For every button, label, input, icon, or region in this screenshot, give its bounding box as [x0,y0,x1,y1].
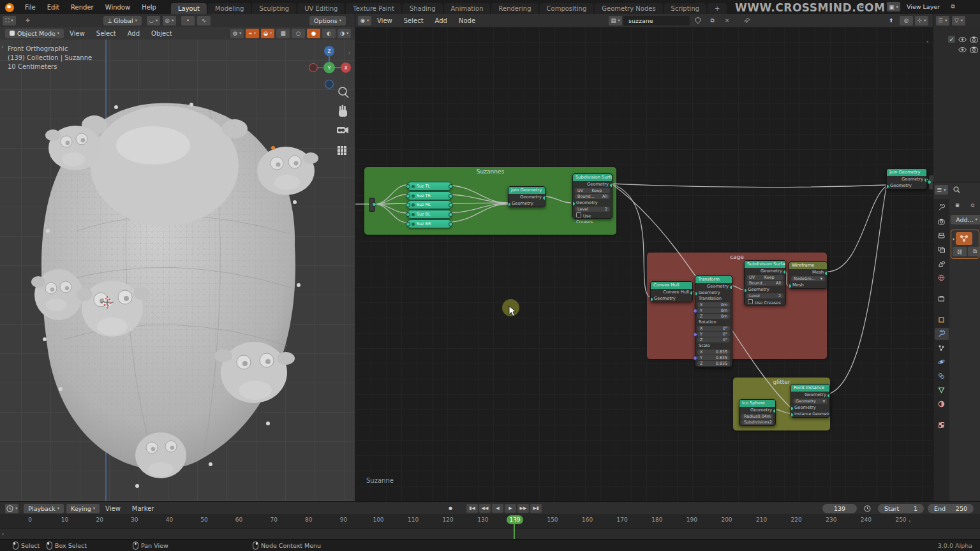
node-group-selector[interactable]: NodeGro...▾ [791,276,825,281]
play-reverse-button[interactable]: ◀ [492,504,503,513]
render-camera-icon[interactable] [970,36,978,43]
timeline-track[interactable]: › [0,528,980,540]
node-object-info-suz-br[interactable]: Suz BR [407,219,452,228]
breadcrumb-object-icon[interactable]: ▣ [951,200,964,210]
properties-search-icon[interactable] [950,185,963,195]
gizmo-toggle-icon[interactable]: ⌁▾ [246,29,259,38]
outliner-filter-icon[interactable]: ▽▾ [952,16,965,26]
topbar-menu-edit[interactable]: Edit [41,1,65,14]
properties-tab-scene[interactable] [935,258,949,270]
node-subdivision-surface-2[interactable]: Subdivision Surface Geometry UV Sm...Kee… [744,260,786,305]
node-editor-canvas[interactable]: Suzannes cage glitter [355,27,933,501]
modifier-expand-icon[interactable]: ▾ [953,237,954,241]
properties-editor-type-icon[interactable]: ☰▾ [935,185,948,195]
workspace-tab-layout[interactable]: Layout [171,3,207,14]
workspace-tab-geometry-nodes[interactable]: Geometry Nodes [595,3,662,14]
view-layer-name[interactable]: View Layer [903,3,944,10]
node-object-info-suz-tr[interactable]: Suz TR [407,191,452,200]
shading-solid-icon[interactable]: ● [307,29,320,38]
workspace-tab-rendering[interactable]: Rendering [491,3,538,14]
node-editor-menu-add[interactable]: Add [429,14,453,27]
active-tool-icon[interactable]: ⛶▾ [3,16,16,26]
modifier-nodes-icon[interactable]: ⛓ [953,247,967,256]
geometry-nodes-modifier-icon[interactable] [956,232,972,245]
start-frame-field[interactable]: Start1 [878,504,924,513]
workspace-tab-shading[interactable]: Shading [403,3,443,14]
workspace-tab-sculpting[interactable]: Sculpting [252,3,296,14]
modifier-stack-entry[interactable]: ▾ ⛓ ⧉ [951,230,979,259]
topbar-menu-file[interactable]: File [19,1,41,14]
shading-wireframe-icon[interactable]: ○ [292,29,305,38]
breadcrumb-modifier-icon[interactable]: ⛭ [966,200,979,210]
next-keyframe-button[interactable]: ▶▶ [517,504,529,513]
navigation-gizmo[interactable]: Z Y X [306,42,352,91]
view-layer-selector-icon[interactable]: ▣▾ [887,2,900,11]
jump-to-end-button[interactable]: ▶▮ [530,504,542,513]
playback-dropdown[interactable]: Playback▾ [24,504,64,513]
end-frame-field[interactable]: End250 [928,504,974,513]
viewport-canvas[interactable]: Front Orthographic (139) Collection | Su… [0,40,355,501]
visibility-eye-icon[interactable] [958,36,967,43]
node-sidebar-chevron[interactable]: ‹ [926,38,929,45]
properties-tab-modifiers[interactable] [935,328,949,340]
properties-tab-texture[interactable] [935,419,949,431]
timeline-editor-type-icon[interactable]: ▾ [5,504,19,513]
keying-dropdown[interactable]: Keying▾ [66,504,100,513]
suzanne-mesh[interactable] [0,40,355,501]
prev-keyframe-button[interactable]: ◀◀ [479,504,491,513]
outliner-display-mode-icon[interactable]: ☰▾ [936,16,949,26]
radius-field[interactable]: Radius0.04m [741,414,773,419]
uv-smooth-dropdown[interactable]: UV Sm...Keep Bo.. [575,188,610,193]
workspace-tab-animation[interactable]: Animation [444,3,491,14]
timeline-menu-marker[interactable]: Marker [126,502,160,515]
workspace-tab-uv-editing[interactable]: UV Editing [297,3,345,14]
options-dropdown[interactable]: Options▾ [309,16,346,26]
delete-scene-icon[interactable]: ✕ [871,2,884,11]
viewport-menu-select[interactable]: Select [91,27,122,40]
play-button[interactable]: ▶ [505,504,516,513]
xray-toggle-icon[interactable]: ▦ [276,29,290,38]
node-editor-menu-view[interactable]: View [371,14,398,27]
overlays-toggle-icon[interactable]: ◒▾ [261,29,274,38]
topbar-menu-help[interactable]: Help [136,1,162,14]
properties-tab-output[interactable] [935,230,949,242]
new-scene-icon[interactable]: ⧉ [855,2,868,11]
pill-output-socket[interactable] [449,203,453,207]
properties-tab-physics[interactable] [935,356,949,368]
proportional-edit-icon[interactable]: ◎▾ [163,16,176,26]
boundary-dropdown[interactable]: Bound...All [575,194,610,199]
add-workspace-tab[interactable]: + [708,3,727,14]
properties-tab-world[interactable] [935,272,949,284]
snap-magnet-icon[interactable]: ◡▾ [147,16,160,26]
properties-tab-data[interactable] [935,384,949,396]
pill-input-socket[interactable] [406,194,410,198]
node-object-info-suz-bl[interactable]: Suz BL [407,210,452,219]
pill-input-socket[interactable] [406,212,410,217]
parent-tree-icon[interactable]: ⬆ [884,16,898,26]
properties-tab-material[interactable] [935,398,949,410]
properties-tab-object[interactable] [935,314,949,326]
jump-to-start-button[interactable]: ▮◀ [466,504,478,513]
snap-node-icon[interactable]: ◎ [900,16,913,26]
timeline-collapse-chevron[interactable]: ‹ [909,518,911,524]
use-creases-checkbox[interactable]: Use Creases [573,212,612,218]
outliner-row[interactable] [958,47,978,53]
node-tree-browse-icon[interactable]: ▤▾ [609,16,622,26]
unlink-node-tree-icon[interactable]: ✕ [720,16,734,26]
subdivisions-field[interactable]: Subdivisions2 [741,420,773,425]
group-input-stub[interactable] [369,198,375,212]
pivot-point-icon[interactable]: • [181,16,195,26]
editor-type-icon[interactable]: ◉▾ [358,16,371,26]
workspace-tab-scripting[interactable]: Scripting [664,3,706,14]
pill-output-socket[interactable] [449,222,453,226]
properties-tab-constraints[interactable] [935,370,949,382]
properties-tab-tool[interactable] [935,202,949,214]
properties-tab-collection[interactable] [935,293,949,305]
node-transform[interactable]: Transform Geometry Geometry Translation … [695,276,732,367]
view-object-types-icon[interactable]: ◍▾ [230,29,244,38]
node-convex-hull[interactable]: Convex Hull Convex Hull Geometry [650,281,693,302]
node-editor-menu-select[interactable]: Select [398,14,429,27]
timeline-expand-chevron[interactable]: › [2,531,4,537]
pill-output-socket[interactable] [449,212,453,217]
checkbox-icon[interactable]: ✓ [948,36,955,43]
